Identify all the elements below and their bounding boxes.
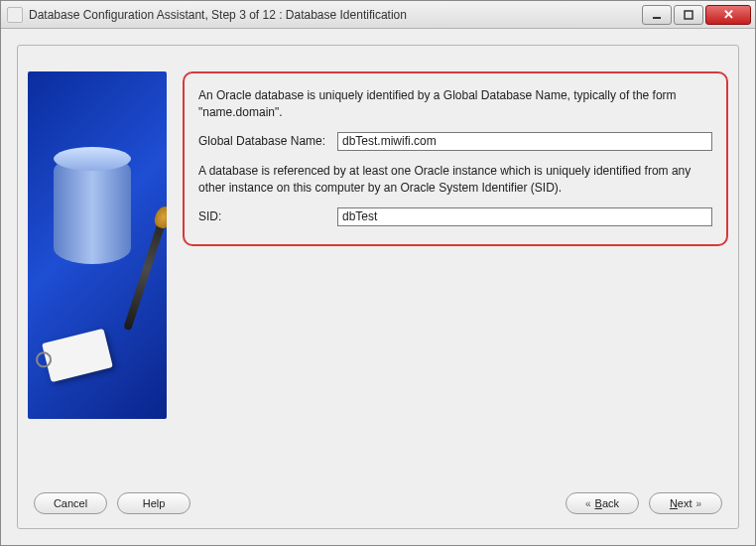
maximize-button[interactable] xyxy=(674,5,703,25)
global-db-name-label: Global Database Name: xyxy=(198,134,329,148)
next-button[interactable]: Next » xyxy=(649,492,722,514)
sid-info-text: A database is referenced by at least one… xyxy=(198,163,712,198)
content-area: An Oracle database is uniquely identifie… xyxy=(1,29,755,545)
database-cylinder-icon xyxy=(54,155,131,264)
global-db-name-input[interactable] xyxy=(337,132,712,151)
wizard-window: Database Configuration Assistant, Step 3… xyxy=(0,0,756,546)
global-db-name-row: Global Database Name: xyxy=(198,132,712,151)
app-icon xyxy=(7,7,23,23)
sid-label: SID: xyxy=(198,209,329,223)
chevron-right-icon: » xyxy=(696,498,702,509)
chevron-left-icon: « xyxy=(585,498,591,509)
highlight-box: An Oracle database is uniquely identifie… xyxy=(183,71,728,246)
window-title: Database Configuration Assistant, Step 3… xyxy=(29,8,634,22)
titlebar: Database Configuration Assistant, Step 3… xyxy=(1,1,755,29)
form-area: An Oracle database is uniquely identifie… xyxy=(183,71,728,473)
close-icon: ✕ xyxy=(723,7,734,22)
next-button-label: Next xyxy=(670,497,693,509)
help-button-label: Help xyxy=(143,497,166,509)
maximize-icon xyxy=(684,10,693,20)
wizard-panel: An Oracle database is uniquely identifie… xyxy=(17,45,739,529)
window-controls: ✕ xyxy=(640,5,751,25)
tag-icon xyxy=(42,329,113,382)
minimize-icon xyxy=(652,10,662,20)
intro-text: An Oracle database is uniquely identifie… xyxy=(198,87,712,122)
wizard-side-image xyxy=(28,71,167,419)
cancel-button[interactable]: Cancel xyxy=(34,492,107,514)
sid-row: SID: xyxy=(198,207,712,226)
minimize-button[interactable] xyxy=(642,5,672,25)
svg-rect-1 xyxy=(685,11,693,19)
svg-rect-0 xyxy=(653,17,661,19)
back-button[interactable]: « Back xyxy=(566,492,639,514)
cancel-button-label: Cancel xyxy=(54,497,87,509)
back-button-label: Back xyxy=(595,497,619,509)
close-button[interactable]: ✕ xyxy=(705,5,751,25)
button-bar: Cancel Help « Back Next » xyxy=(18,482,738,528)
help-button[interactable]: Help xyxy=(117,492,190,514)
sid-input[interactable] xyxy=(337,207,712,226)
main-row: An Oracle database is uniquely identifie… xyxy=(18,46,738,482)
